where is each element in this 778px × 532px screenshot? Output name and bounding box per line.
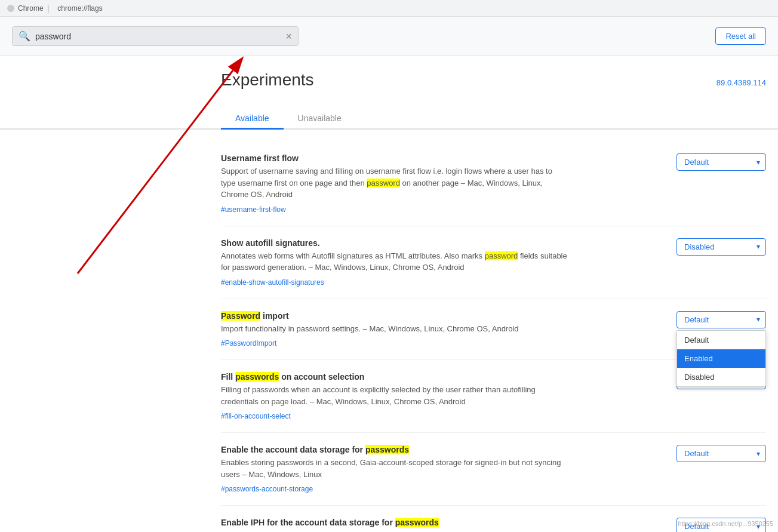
select-wrapper: Default Enabled Disabled <box>676 238 766 256</box>
flag-title: Enable the account data storage for pass… <box>221 445 567 454</box>
highlight: passwords <box>235 372 279 382</box>
experiments-title: Experiments <box>221 70 314 90</box>
reset-all-button[interactable]: Reset all <box>715 27 766 45</box>
flag-info: Password import Import functionality in … <box>221 311 567 348</box>
flag-select[interactable]: Default Enabled Disabled <box>676 238 766 256</box>
flag-link[interactable]: #passwords-account-storage <box>221 485 313 493</box>
flag-select[interactable]: Default Enabled Disabled <box>676 311 766 328</box>
watermark: https://blog.csdn.net/p...9350255 <box>678 520 773 527</box>
chrome-icon <box>7 5 14 12</box>
tab-unavailable[interactable]: Unavailable <box>284 109 356 130</box>
dropdown-menu: Default Enabled Disabled <box>676 330 766 387</box>
flag-control: Default Enabled Disabled <box>676 238 766 256</box>
flag-item-passwords-account-storage-iph: Enable IPH for the account data storage … <box>221 506 766 532</box>
flag-link[interactable]: #username-first-flow <box>221 205 286 214</box>
select-wrapper: Default Enabled Disabled <box>676 153 766 171</box>
select-wrapper: Default Enabled Disabled <box>676 311 766 328</box>
search-icon: 🔍 <box>19 30 30 42</box>
flags-page: 🔍 × Reset all Experiments 89.0.4389.114 … <box>0 17 778 532</box>
flag-description: Import functionality in password setting… <box>221 323 567 335</box>
flag-description: Support of username saving and filling o… <box>221 165 567 201</box>
flag-description: Annotates web forms with Autofill signat… <box>221 250 567 273</box>
select-wrapper: Default Enabled Disabled <box>676 445 766 462</box>
flag-info: Fill passwords on account selection Fill… <box>221 372 567 420</box>
experiments-version: 89.0.4389.114 <box>717 78 766 87</box>
flag-title: Username first flow <box>221 153 567 163</box>
search-box: 🔍 × <box>12 26 299 46</box>
flag-title: Show autofill signatures. <box>221 238 567 248</box>
flag-control-password-import: Default Enabled Disabled Default Enabled… <box>676 311 766 328</box>
flag-link[interactable]: #fill-on-account-select <box>221 412 291 420</box>
flag-title: Fill passwords on account selection <box>221 372 567 382</box>
flags-list: Username first flow Support of username … <box>0 130 778 532</box>
flag-title: Enable IPH for the account data storage … <box>221 518 567 527</box>
highlight: Password <box>221 311 260 321</box>
flag-title: Password import <box>221 311 567 321</box>
flag-link[interactable]: #PasswordImport <box>221 339 276 348</box>
search-clear-icon[interactable]: × <box>285 31 292 42</box>
flag-info: Enable the account data storage for pass… <box>221 445 567 493</box>
flag-select[interactable]: Default Enabled Disabled <box>676 153 766 171</box>
tabs-container: Available Unavailable <box>0 99 778 130</box>
browser-url: chrome://flags <box>57 4 102 13</box>
browser-title: Chrome <box>18 4 44 13</box>
flag-info: Enable IPH for the account data storage … <box>221 518 567 532</box>
flag-control: Default Enabled Disabled <box>676 153 766 171</box>
flag-item-username-first-flow: Username first flow Support of username … <box>221 142 766 226</box>
separator: | <box>47 4 50 13</box>
tab-available[interactable]: Available <box>221 109 284 130</box>
highlight: passwords <box>365 445 409 454</box>
experiments-header: Experiments 89.0.4389.114 <box>0 56 778 90</box>
highlight: password <box>367 179 400 187</box>
flag-description: Enables storing passwords in a second, G… <box>221 457 567 480</box>
flag-control: Default Enabled Disabled <box>676 445 766 462</box>
flag-description: Filling of passwords when an account is … <box>221 384 567 407</box>
flag-link[interactable]: #enable-show-autofill-signatures <box>221 278 324 287</box>
flag-info: Show autofill signatures. Annotates web … <box>221 238 567 287</box>
flag-info: Username first flow Support of username … <box>221 153 567 214</box>
browser-bar: Chrome | chrome://flags <box>0 0 778 17</box>
flag-item-autofill-signatures: Show autofill signatures. Annotates web … <box>221 226 766 299</box>
search-input[interactable] <box>35 32 285 41</box>
search-bar-container: 🔍 × Reset all <box>0 17 778 56</box>
dropdown-option-enabled[interactable]: Enabled <box>677 349 765 368</box>
dropdown-option-default[interactable]: Default <box>677 331 765 349</box>
dropdown-option-disabled[interactable]: Disabled <box>677 368 765 386</box>
flag-description: Enables in-product help bubbles about st… <box>221 530 567 532</box>
highlight: password <box>485 251 518 260</box>
flag-item-passwords-account-storage: Enable the account data storage for pass… <box>221 433 766 506</box>
highlight: passwords <box>395 518 439 527</box>
flag-select[interactable]: Default Enabled Disabled <box>676 445 766 462</box>
flag-item-password-import: Password import Import functionality in … <box>221 299 766 361</box>
